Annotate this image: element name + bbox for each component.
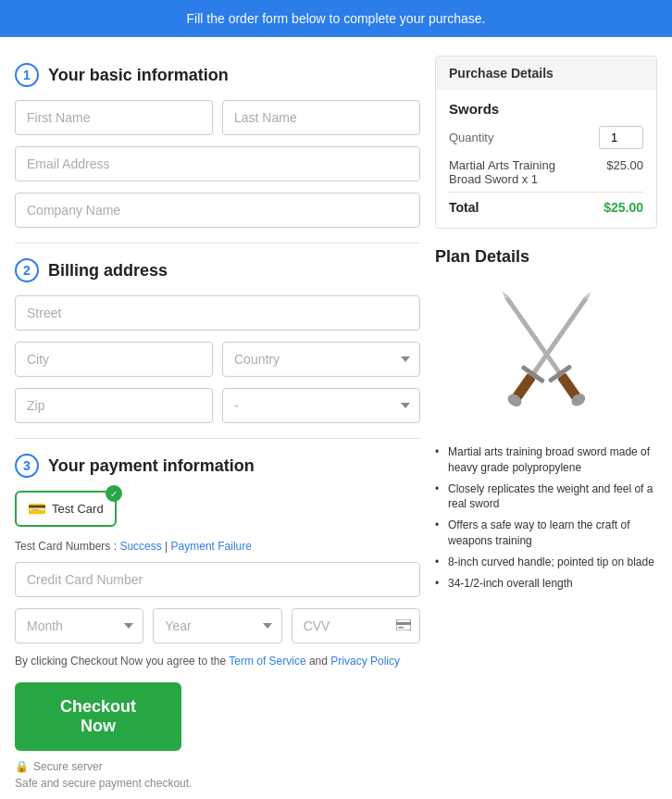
svg-rect-3 [504, 296, 561, 375]
cvv-row: Month 010203 040506 070809 101112 Year 2… [15, 608, 420, 643]
svg-rect-1 [396, 622, 411, 625]
plan-bullet: 34-1/2-inch overall length [435, 576, 657, 592]
company-input[interactable] [15, 193, 420, 228]
basic-info-header: 1 Your basic information [15, 63, 420, 87]
payment-section: 3 Your payment information 💳 Test Card ✓… [15, 454, 420, 790]
street-row [15, 295, 420, 331]
zip-state-row: - [15, 388, 420, 423]
plan-details: Plan Details [435, 247, 657, 591]
total-row: Total $25.00 [449, 192, 643, 215]
company-field [15, 193, 420, 228]
top-banner: Fill the order form below to complete yo… [0, 0, 672, 37]
basic-info-title: Your basic information [48, 66, 229, 85]
terms-link[interactable]: Term of Service [229, 655, 305, 668]
right-column: Purchase Details Swords Quantity Martial… [435, 56, 657, 790]
purchase-details-title: Purchase Details [436, 56, 656, 90]
svg-rect-2 [398, 627, 404, 629]
first-name-input[interactable] [15, 100, 213, 135]
state-select[interactable]: - [222, 388, 420, 423]
month-select[interactable]: Month 010203 040506 070809 101112 [15, 608, 143, 643]
zip-field [15, 388, 213, 423]
cc-number-row [15, 562, 420, 597]
terms-prefix: By clicking Checkout Now you agree to th… [15, 655, 229, 668]
last-name-field [222, 100, 420, 135]
country-select[interactable]: Country [222, 342, 420, 377]
checkout-button[interactable]: Checkout Now [15, 682, 181, 751]
terms-text: By clicking Checkout Now you agree to th… [15, 653, 420, 669]
year-field: Year 202420252026 202720282029 [153, 608, 281, 643]
sword-image [435, 276, 657, 433]
cc-number-field [15, 562, 420, 597]
payment-header: 3 Your payment information [15, 454, 420, 478]
failure-link[interactable]: Payment Failure [171, 540, 252, 553]
street-field [15, 295, 420, 331]
page-wrapper: Fill the order form below to complete yo… [0, 0, 672, 799]
state-field: - [222, 388, 420, 423]
plan-bullets: Martial arts training broad sword made o… [435, 444, 657, 591]
month-field: Month 010203 040506 070809 101112 [15, 608, 143, 643]
total-label: Total [449, 200, 479, 215]
street-input[interactable] [15, 295, 420, 331]
terms-and: and [306, 655, 331, 668]
card-label: Test Card [52, 502, 104, 516]
year-select[interactable]: Year 202420252026 202720282029 [153, 608, 281, 643]
card-check-icon: ✓ [106, 485, 122, 502]
city-input[interactable] [15, 342, 213, 377]
plan-details-title: Plan Details [435, 247, 657, 267]
privacy-link[interactable]: Privacy Policy [330, 655, 400, 668]
billing-title: Billing address [48, 261, 168, 281]
last-name-input[interactable] [222, 100, 420, 135]
zip-input[interactable] [15, 388, 213, 423]
section-divider-2 [15, 438, 420, 439]
secure-label: Secure server [33, 760, 103, 773]
main-content: 1 Your basic information [0, 37, 672, 799]
cc-number-input[interactable] [15, 562, 420, 597]
success-link[interactable]: Success [119, 540, 161, 553]
email-input[interactable] [15, 146, 420, 181]
lock-icon: 🔒 [15, 760, 29, 773]
quantity-row: Quantity [449, 126, 643, 149]
line-item-price: $25.00 [606, 158, 643, 186]
section-2-number: 2 [15, 258, 39, 282]
email-row [15, 146, 420, 181]
billing-header: 2 Billing address [15, 258, 420, 282]
banner-text: Fill the order form below to complete yo… [187, 11, 486, 26]
left-column: 1 Your basic information [15, 56, 420, 790]
plan-bullet: 8-inch curved handle; pointed tip on bla… [435, 555, 657, 570]
quantity-input[interactable] [599, 126, 643, 149]
section-1-number: 1 [15, 63, 39, 87]
quantity-label: Quantity [449, 131, 493, 144]
svg-rect-8 [531, 296, 588, 375]
cvv-field [292, 608, 420, 643]
first-name-field [15, 100, 213, 135]
credit-card-icon: 💳 [28, 500, 46, 518]
secure-row: 🔒 Secure server [15, 760, 420, 773]
product-name: Swords [449, 101, 643, 117]
purchase-details-box: Purchase Details Swords Quantity Martial… [435, 56, 657, 229]
section-divider-1 [15, 243, 420, 243]
payment-title: Your payment information [48, 456, 255, 476]
safe-text: Safe and secure payment checkout. [15, 777, 420, 790]
cvv-icon [396, 618, 411, 633]
company-row [15, 193, 420, 228]
line-item-name: Martial Arts TrainingBroad Sword x 1 [449, 158, 606, 186]
name-row [15, 100, 420, 135]
email-field [15, 146, 420, 181]
plan-bullet: Martial arts training broad sword made o… [435, 444, 657, 476]
card-option[interactable]: 💳 Test Card ✓ [15, 491, 117, 527]
country-field: Country [222, 342, 420, 377]
plan-bullet: Offers a safe way to learn the craft of … [435, 518, 657, 549]
city-field [15, 342, 213, 377]
total-price: $25.00 [604, 200, 643, 215]
line-item: Martial Arts TrainingBroad Sword x 1 $25… [449, 158, 643, 186]
plan-bullet: Closely replicates the weight and feel o… [435, 481, 657, 513]
section-3-number: 3 [15, 454, 39, 478]
city-country-row: Country [15, 342, 420, 377]
test-card-info: Test Card Numbers : Success | Payment Fa… [15, 540, 420, 553]
test-card-prefix: Test Card Numbers : [15, 540, 119, 553]
